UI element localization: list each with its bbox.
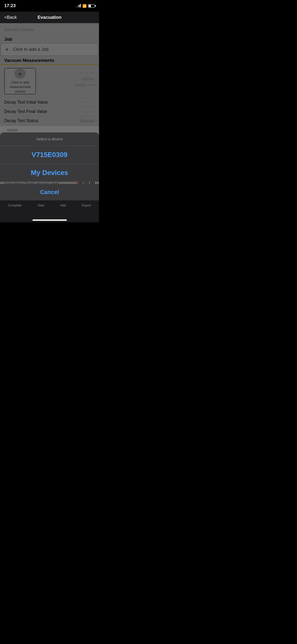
toolbar-start-label: Start <box>37 204 44 207</box>
cancel-label: Cancel <box>40 189 59 195</box>
page-title: Evacuation <box>37 15 62 20</box>
main-content: Service Name Job + Click to add a Job Va… <box>0 23 99 200</box>
toolbar-export[interactable]: Export <box>82 204 91 207</box>
battery-icon <box>88 4 95 8</box>
sheet-select-title: Select a device <box>36 137 63 141</box>
status-icons: 📶 <box>76 4 95 8</box>
my-devices-label: My Devices <box>31 169 68 177</box>
toolbar-add-label: Add <box>60 204 66 207</box>
toolbar-complete[interactable]: Complete <box>8 204 21 207</box>
wifi-icon: 📶 <box>82 4 87 8</box>
back-button[interactable]: <Back <box>4 15 17 20</box>
toolbar-start[interactable]: Start <box>37 204 44 207</box>
toolbar-add[interactable]: Add <box>60 204 66 207</box>
signal-icon <box>76 4 81 7</box>
sheet-header: Select a device <box>0 132 99 146</box>
home-indicator <box>32 219 67 221</box>
status-bar: 17:23 📶 <box>0 0 99 12</box>
device-name: V715E0309 <box>32 151 68 159</box>
my-devices-item[interactable]: My Devices <box>0 164 99 182</box>
sheet-panel: Select a device V715E0309 My Devices <box>0 132 99 182</box>
toolbar-export-label: Export <box>82 204 91 207</box>
bottom-toolbar: Complete Start Add Export <box>0 200 99 222</box>
nav-bar: <Back Evacuation <box>0 12 99 23</box>
bottom-sheet: Select a device V715E0309 My Devices Can… <box>0 132 99 200</box>
device-item[interactable]: V715E0309 <box>0 146 99 164</box>
toolbar-complete-label: Complete <box>8 204 21 207</box>
cancel-button[interactable]: Cancel <box>0 184 99 200</box>
status-time: 17:23 <box>4 3 16 8</box>
